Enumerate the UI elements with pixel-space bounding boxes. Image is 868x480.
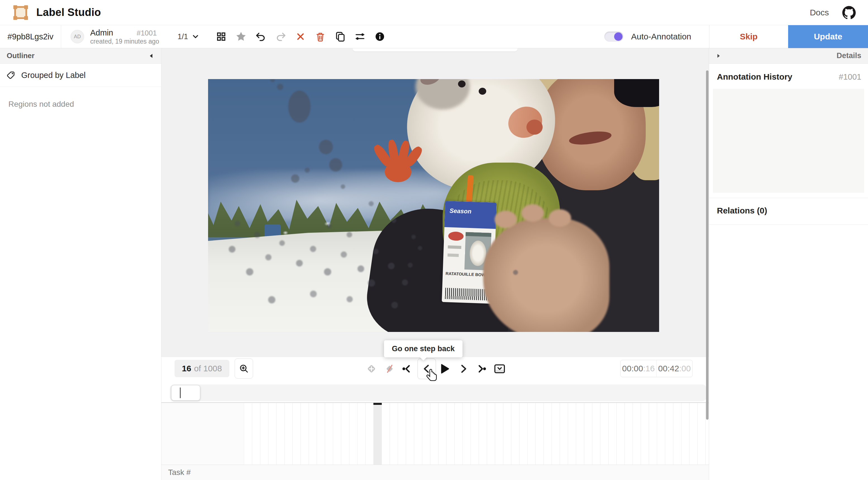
collapse-panel-icon[interactable] — [148, 53, 154, 59]
magnifier-plus-icon — [239, 363, 249, 373]
delete-trash-icon[interactable] — [314, 30, 327, 43]
step-forward-button[interactable] — [455, 357, 471, 381]
label-studio-app: Label Studio Docs #9pb8Lgs2iv AD Admin #… — [0, 0, 868, 480]
task-bar: Task # — [161, 464, 709, 480]
skip-button[interactable]: Skip — [709, 25, 788, 48]
app-title: Label Studio — [36, 6, 101, 19]
zoom-button[interactable] — [235, 358, 253, 379]
info-icon[interactable] — [373, 30, 386, 43]
seeker-position-line — [180, 388, 181, 398]
expand-panel-icon[interactable] — [716, 53, 721, 59]
auto-annotation-toggle[interactable] — [604, 32, 623, 42]
update-button[interactable]: Update — [788, 25, 868, 48]
project-id: #9pb8Lgs2iv — [0, 25, 61, 48]
video-canvas[interactable]: Season Pass RATATOUILLE BOWER — [208, 79, 659, 332]
tooltip: Go one step back — [384, 340, 463, 357]
toggle-knob — [614, 32, 622, 41]
auto-annotation-control: Auto-Annotation — [604, 25, 709, 48]
group-by-selector[interactable]: Grouped by Label — [0, 64, 161, 87]
github-icon[interactable] — [842, 6, 856, 19]
card-remnant — [353, 48, 518, 52]
current-frame: 16 — [182, 364, 191, 373]
previous-keyframe-button[interactable] — [399, 357, 415, 381]
annotation-pagination[interactable]: 1/1 — [178, 25, 200, 48]
vertical-scrollbar[interactable] — [706, 70, 709, 420]
tag-icon — [6, 71, 15, 80]
details-title: Details — [836, 52, 861, 60]
timecode-display: 00:00:16 00:42:00 — [620, 360, 692, 377]
outliner-panel: Outliner Grouped by Label Regions not ad… — [0, 48, 161, 480]
settings-sliders-icon[interactable] — [353, 30, 366, 43]
seeker-track[interactable] — [170, 385, 707, 401]
undo-icon[interactable] — [254, 30, 267, 43]
next-keyframe-button[interactable] — [473, 357, 489, 381]
created-timestamp: created, 19 minutes ago — [90, 38, 159, 46]
snow-specks — [208, 79, 659, 332]
timeline-left-gap — [161, 403, 244, 464]
frame-counter-input[interactable]: 16 of 1008 — [175, 360, 229, 377]
video-controls-panel: 16 of 1008 — [161, 357, 709, 464]
annotation-history-section: Annotation History #1001 — [709, 64, 868, 86]
reset-cross-icon[interactable] — [294, 30, 307, 43]
group-mode-label: Grouped by Label — [21, 71, 86, 80]
redo-icon[interactable] — [274, 30, 287, 43]
chevron-down-icon — [191, 32, 200, 41]
auto-annotation-label: Auto-Annotation — [631, 32, 691, 41]
frames-timeline — [161, 402, 709, 464]
details-panel: Details Annotation History #1001 Relatio… — [709, 48, 868, 480]
docs-link[interactable]: Docs — [810, 8, 829, 17]
play-button[interactable] — [436, 357, 453, 381]
outliner-title: Outliner — [7, 52, 35, 60]
top-bar: Label Studio Docs — [0, 0, 868, 25]
total-frames: of 1008 — [194, 364, 222, 373]
annotation-history-body — [713, 89, 864, 193]
annotation-owner: AD Admin #1001 created, 19 minutes ago — [61, 25, 159, 48]
grid-view-icon[interactable] — [215, 30, 227, 43]
relations-section: Relations (0) — [709, 198, 868, 224]
pagination-count: 1/1 — [178, 32, 188, 41]
regions-empty-message: Regions not added — [0, 87, 161, 122]
task-label: Task # — [168, 468, 191, 477]
cursor-pointer — [426, 369, 438, 382]
workspace: Season Pass RATATOUILLE BOWER Go one ste… — [161, 48, 709, 480]
label-studio-logo-icon — [12, 4, 29, 21]
avatar: AD — [71, 30, 84, 43]
seeker-handle[interactable] — [171, 385, 200, 401]
timeline-columns[interactable] — [244, 403, 709, 464]
annotation-history-id: #1001 — [839, 72, 861, 82]
collapse-timeline-button[interactable] — [492, 357, 508, 381]
keyframe-add-button[interactable] — [363, 357, 379, 381]
keyframe-remove-button[interactable] — [381, 357, 398, 381]
star-ground-truth-icon[interactable] — [235, 30, 247, 43]
annotation-action-bar: #9pb8Lgs2iv AD Admin #1001 created, 19 m… — [0, 25, 868, 48]
annotation-id: #1001 — [136, 29, 157, 37]
position-time: 00:00:16 — [621, 360, 657, 377]
duration-time: 00:42:00 — [657, 360, 692, 377]
annotation-toolbar — [215, 25, 386, 48]
duplicate-copy-icon[interactable] — [334, 30, 347, 43]
user-name: Admin — [90, 28, 113, 38]
annotation-history-label: Annotation History — [717, 72, 792, 82]
